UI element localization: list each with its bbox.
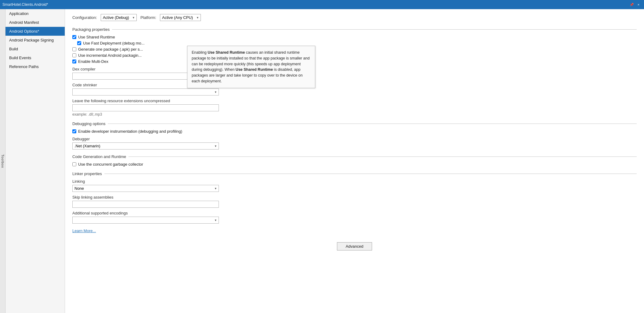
pin-button[interactable]: 📌	[629, 2, 635, 8]
title-bar-controls: 📌 ×	[629, 2, 642, 8]
linker-section-header: Linker properties	[72, 171, 637, 176]
skip-linking-group: Skip linking assemblies	[72, 195, 637, 208]
enable-multi-dex-checkbox[interactable]	[72, 59, 76, 63]
toolbox-label: Toolbox	[1, 154, 5, 168]
concurrent-gc-checkbox[interactable]	[72, 162, 76, 166]
linking-label: Linking	[72, 179, 637, 184]
code-shrinker-select[interactable]	[72, 88, 219, 95]
close-button[interactable]: ×	[635, 2, 642, 8]
use-fast-deployment-checkbox[interactable]	[77, 41, 81, 45]
advanced-button[interactable]: Advanced	[337, 242, 372, 250]
enable-dev-instrumentation-checkbox[interactable]	[72, 129, 76, 133]
resource-extensions-group: Leave the following resource extensions …	[72, 99, 637, 117]
concurrent-gc-row: Use the concurrent garbage collector	[72, 162, 637, 167]
configuration-label: Configuration:	[72, 15, 97, 20]
incremental-packaging-label: Use incremental Android packagin...	[78, 53, 142, 58]
configuration-select[interactable]: Active (Debug) Debug Release	[101, 14, 137, 21]
button-row: Advanced	[72, 242, 637, 250]
additional-encodings-select-wrapper	[72, 217, 219, 224]
resource-extensions-label: Leave the following resource extensions …	[72, 99, 637, 103]
use-fast-deployment-label: Use Fast Deployment (debug mo...	[83, 41, 145, 45]
code-shrinker-label: Code shrinker	[72, 83, 637, 87]
config-row: Configuration: Active (Debug) Debug Rele…	[72, 14, 637, 21]
learn-more-link[interactable]: Learn More...	[72, 228, 96, 233]
skip-linking-input[interactable]	[72, 201, 219, 208]
code-shrinker-group: Code shrinker	[72, 83, 637, 95]
linking-group: Linking None Sdk Assemblies Only Sdk and…	[72, 179, 637, 192]
use-shared-runtime-row: Use Shared Runtime	[72, 35, 637, 39]
generate-one-package-label: Generate one package (.apk) per s...	[78, 47, 143, 52]
additional-encodings-group: Additional supported encodings	[72, 211, 637, 224]
additional-encodings-select[interactable]	[72, 217, 219, 224]
dex-compiler-label: Dex compiler	[72, 67, 637, 71]
enable-dev-instrumentation-label: Enable developer instrumentation (debugg…	[78, 129, 182, 134]
platform-select[interactable]: Active (Any CPU) Any CPU x86 x64	[160, 14, 201, 21]
tooltip-text1: Enabling Use Shared Runtime causes an in…	[192, 50, 309, 83]
debugger-select-wrapper: .Net (Xamarin) None	[72, 142, 219, 149]
toolbox-bar: Toolbox	[0, 9, 5, 313]
dex-compiler-group: Dex compiler	[72, 67, 637, 80]
code-gen-section-header: Code Generation and Runtime	[72, 154, 637, 159]
packaging-section-header: Packaging properties	[72, 27, 637, 32]
nav-item-android-manifest[interactable]: Android Manifest	[5, 18, 65, 27]
nav-item-android-options[interactable]: Android Options*	[5, 27, 65, 36]
linking-select-wrapper: None Sdk Assemblies Only Sdk and User As…	[72, 185, 219, 192]
incremental-packaging-checkbox[interactable]	[72, 53, 76, 57]
nav-item-build[interactable]: Build	[5, 45, 65, 53]
use-shared-runtime-checkbox[interactable]	[72, 35, 76, 39]
nav-item-android-package-signing[interactable]: Android Package Signing	[5, 36, 65, 45]
title-bar-text: SmartHotel.Clients.Android*	[2, 2, 629, 7]
concurrent-gc-label: Use the concurrent garbage collector	[78, 162, 143, 167]
nav-item-reference-paths[interactable]: Reference Paths	[5, 62, 65, 71]
generate-one-package-row: Generate one package (.apk) per s...	[72, 47, 637, 52]
resource-extensions-hint: example: .dll;.mp3	[72, 112, 637, 117]
left-nav: Application Android Manifest Android Opt…	[5, 9, 65, 313]
incremental-packaging-row: Use incremental Android packagin...	[72, 53, 637, 58]
enable-multi-dex-label: Enable Multi-Dex	[78, 59, 108, 64]
platform-select-wrapper: Active (Any CPU) Any CPU x86 x64	[160, 14, 201, 21]
use-shared-runtime-label: Use Shared Runtime	[78, 35, 115, 39]
resource-extensions-input[interactable]	[72, 104, 219, 111]
linking-select[interactable]: None Sdk Assemblies Only Sdk and User As…	[72, 185, 219, 192]
main-layout: Toolbox Application Android Manifest And…	[0, 9, 644, 313]
debugger-group: Debugger .Net (Xamarin) None	[72, 137, 637, 149]
debugger-select[interactable]: .Net (Xamarin) None	[72, 142, 219, 149]
platform-label: Platform:	[140, 15, 156, 20]
configuration-select-wrapper: Active (Debug) Debug Release	[101, 14, 137, 21]
generate-one-package-checkbox[interactable]	[72, 47, 76, 51]
nav-item-application[interactable]: Application	[5, 9, 65, 18]
title-bar: SmartHotel.Clients.Android* 📌 ×	[0, 0, 644, 9]
skip-linking-label: Skip linking assemblies	[72, 195, 637, 200]
debugger-label: Debugger	[72, 137, 637, 141]
enable-dev-instrumentation-row: Enable developer instrumentation (debugg…	[72, 129, 637, 134]
use-fast-deployment-row: Use Fast Deployment (debug mo...	[77, 41, 637, 45]
code-shrinker-select-wrapper	[72, 88, 219, 95]
tooltip-box: Enabling Use Shared Runtime causes an in…	[187, 46, 315, 88]
content-area: Configuration: Active (Debug) Debug Rele…	[65, 9, 644, 313]
nav-item-build-events[interactable]: Build Events	[5, 53, 65, 62]
debugging-section-header: Debugging options	[72, 121, 637, 126]
additional-encodings-label: Additional supported encodings	[72, 211, 637, 215]
enable-multi-dex-row: Enable Multi-Dex	[72, 59, 637, 64]
